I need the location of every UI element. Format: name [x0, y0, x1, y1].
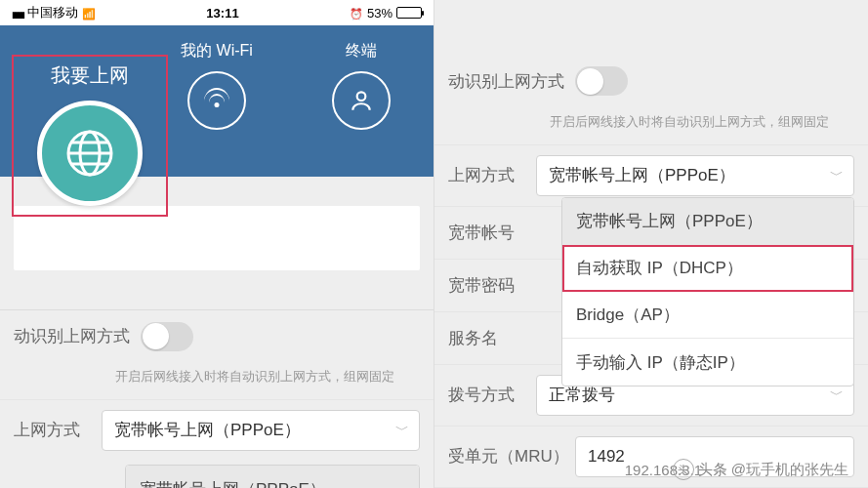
watermark-prefix: 头条	[698, 461, 727, 479]
auto-detect-hint: 开启后网线接入时将自动识别上网方式，组网固定	[0, 362, 434, 399]
method-select-value-r: 宽带帐号上网（PPPoE）	[549, 164, 735, 186]
status-bar: 中国移动 13:11 53%	[0, 0, 434, 25]
watermark-author: @玩手机的张先生	[731, 461, 848, 479]
auto-detect-hint-r: 开启后网线接入时将自动识别上网方式，组网固定	[434, 107, 868, 144]
battery-pct-label: 53%	[367, 6, 393, 20]
method-label-r: 上网方式	[448, 164, 536, 186]
auto-detect-label: 动识别上网方式	[14, 325, 141, 347]
auto-detect-label-r: 动识别上网方式	[448, 70, 575, 93]
tab-terminal-label: 终端	[289, 41, 434, 61]
watermark: 头 头条 @玩手机的张先生	[673, 459, 848, 480]
battery-icon	[396, 7, 422, 19]
method-select-r[interactable]: 宽带帐号上网（PPPoE） ﹀	[536, 155, 854, 196]
method-label: 上网方式	[14, 419, 102, 441]
svg-point-0	[357, 92, 366, 101]
person-icon	[332, 71, 391, 130]
method-dropdown-partial[interactable]: 宽带帐号上网（PPPoE）	[125, 465, 420, 488]
globe-icon	[37, 101, 143, 206]
dropdown-option-pppoe[interactable]: 宽带帐号上网（PPPoE）	[126, 466, 419, 488]
chevron-down-icon: ﹀	[830, 386, 844, 404]
left-screenshot: 中国移动 13:11 53% . 我的 Wi-Fi 终端 我要上网	[0, 0, 434, 488]
dial-select-value: 正常拨号	[549, 384, 615, 406]
chevron-down-icon: ﹀	[830, 167, 844, 184]
wifi-status-icon	[82, 6, 96, 20]
account-label: 宽带帐号	[448, 222, 536, 244]
row-method: 上网方式 宽带帐号上网（PPPoE） ﹀	[0, 399, 434, 461]
dropdown-option-pppoe[interactable]: 宽带帐号上网（PPPoE）	[562, 198, 853, 245]
watermark-icon: 头	[673, 459, 694, 480]
method-dropdown[interactable]: 宽带帐号上网（PPPoE） 自动获取 IP（DHCP） Bridge（AP） 手…	[561, 197, 854, 386]
dropdown-option-dhcp[interactable]: 自动获取 IP（DHCP）	[562, 245, 853, 292]
mru-value: 1492	[588, 447, 625, 467]
signal-bars-icon	[12, 6, 23, 20]
dropdown-option-static[interactable]: 手动输入 IP（静态IP）	[562, 339, 853, 386]
carrier-label: 中国移动	[27, 4, 78, 21]
method-select[interactable]: 宽带帐号上网（PPPoE） ﹀	[102, 410, 420, 451]
header-tabs: . 我的 Wi-Fi 终端 我要上网	[0, 25, 434, 177]
dial-label: 拨号方式	[448, 384, 536, 406]
right-screenshot: 动识别上网方式 开启后网线接入时将自动识别上网方式，组网固定 上网方式 宽带帐号…	[434, 0, 868, 488]
auto-detect-toggle-r[interactable]	[575, 66, 628, 96]
tab-internet-label: 我要上网	[14, 62, 166, 89]
chevron-down-icon: ﹀	[395, 422, 409, 439]
password-label: 宽带密码	[448, 274, 536, 297]
service-label: 服务名	[448, 327, 536, 349]
tab-internet-selected[interactable]: 我要上网	[12, 55, 168, 217]
mru-label: 受单元（MRU）	[448, 445, 575, 468]
tab-terminal[interactable]: 终端	[289, 35, 434, 130]
auto-detect-toggle[interactable]	[141, 322, 193, 351]
row-auto-detect: 动识别上网方式	[0, 309, 434, 362]
clock-label: 13:11	[206, 6, 238, 20]
row-auto-detect-r: 动识别上网方式	[434, 55, 868, 107]
method-select-value: 宽带帐号上网（PPPoE）	[114, 419, 301, 441]
wifi-icon	[187, 71, 246, 130]
alarm-icon	[350, 6, 363, 20]
dropdown-option-bridge[interactable]: Bridge（AP）	[562, 292, 853, 339]
